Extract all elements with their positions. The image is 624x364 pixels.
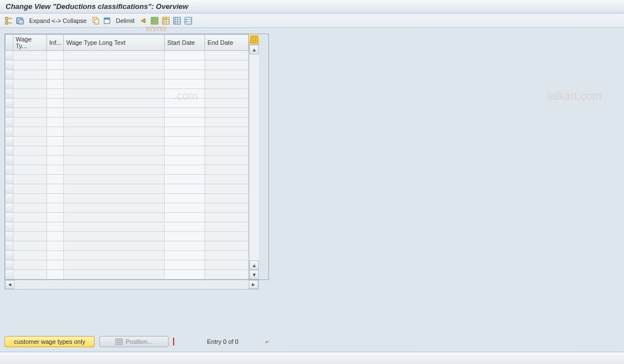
cell-wage[interactable] xyxy=(13,222,47,232)
cell-end[interactable] xyxy=(205,60,249,70)
cell-inf[interactable] xyxy=(47,194,64,203)
cell-start[interactable] xyxy=(165,118,205,127)
cell-end[interactable] xyxy=(205,241,249,251)
cell-inf[interactable] xyxy=(47,127,64,137)
cell-start[interactable] xyxy=(165,108,205,118)
cell-inf[interactable] xyxy=(47,89,64,99)
row-selector[interactable] xyxy=(6,108,13,118)
cell-end[interactable] xyxy=(205,156,249,165)
cell-start[interactable] xyxy=(165,222,205,232)
new-entries-icon[interactable] xyxy=(103,16,111,25)
cell-start[interactable] xyxy=(165,184,205,194)
hscroll-track[interactable] xyxy=(15,280,249,289)
configure-columns-icon[interactable] xyxy=(249,34,259,45)
cell-end[interactable] xyxy=(205,184,249,194)
row-selector[interactable] xyxy=(6,232,13,241)
table-row[interactable] xyxy=(6,251,249,260)
cell-inf[interactable] xyxy=(47,184,64,194)
scroll-right-button[interactable]: ► xyxy=(249,280,258,289)
cell-inf[interactable] xyxy=(47,80,64,89)
undo-icon[interactable] xyxy=(139,16,148,25)
table-row[interactable] xyxy=(6,194,249,203)
row-selector[interactable] xyxy=(6,89,13,99)
table-row[interactable] xyxy=(6,260,249,270)
cell-inf[interactable] xyxy=(47,165,64,175)
cell-wage[interactable] xyxy=(13,89,47,99)
table-row[interactable] xyxy=(6,146,249,156)
col-wage-type[interactable]: Wage Ty... xyxy=(13,35,47,51)
table-row[interactable] xyxy=(6,203,249,213)
cell-start[interactable] xyxy=(165,137,205,146)
cell-end[interactable] xyxy=(205,270,249,279)
cell-inf[interactable] xyxy=(47,60,64,70)
cell-long[interactable] xyxy=(64,89,165,99)
table-row[interactable] xyxy=(6,241,249,251)
cell-inf[interactable] xyxy=(47,156,64,165)
row-selector[interactable] xyxy=(6,203,13,213)
cell-long[interactable] xyxy=(64,99,165,108)
row-selector[interactable] xyxy=(6,127,13,137)
cell-wage[interactable] xyxy=(13,70,47,80)
table-row[interactable] xyxy=(6,70,249,80)
cell-long[interactable] xyxy=(64,137,165,146)
row-selector[interactable] xyxy=(6,251,13,260)
delimit-button[interactable]: Delimit xyxy=(114,17,137,24)
toggle-display-icon[interactable] xyxy=(4,16,13,25)
cell-long[interactable] xyxy=(64,118,165,127)
scroll-down-button[interactable]: ▼ xyxy=(249,270,259,279)
cell-end[interactable] xyxy=(205,137,249,146)
table-settings-icon[interactable] xyxy=(184,16,193,25)
cell-end[interactable] xyxy=(205,175,249,184)
row-selector[interactable] xyxy=(6,165,13,175)
scroll-track[interactable] xyxy=(249,54,259,260)
customer-wage-types-button[interactable]: customer wage types only xyxy=(4,336,95,347)
cell-inf[interactable] xyxy=(47,146,64,156)
col-inf[interactable]: Inf... xyxy=(47,35,64,51)
cell-wage[interactable] xyxy=(13,260,47,270)
scroll-down-prev-button[interactable]: ▲ xyxy=(249,260,259,270)
table-row[interactable] xyxy=(6,137,249,146)
row-selector[interactable] xyxy=(6,99,13,108)
cell-end[interactable] xyxy=(205,213,249,222)
cell-wage[interactable] xyxy=(13,175,47,184)
cell-wage[interactable] xyxy=(13,146,47,156)
cell-wage[interactable] xyxy=(13,99,47,108)
cell-inf[interactable] xyxy=(47,270,64,279)
cell-long[interactable] xyxy=(64,184,165,194)
cell-start[interactable] xyxy=(165,80,205,89)
cell-start[interactable] xyxy=(165,146,205,156)
cell-end[interactable] xyxy=(205,203,249,213)
cell-wage[interactable] xyxy=(13,270,47,279)
row-selector[interactable] xyxy=(6,137,13,146)
table-row[interactable] xyxy=(6,127,249,137)
cell-long[interactable] xyxy=(64,60,165,70)
cell-start[interactable] xyxy=(165,251,205,260)
cell-long[interactable] xyxy=(64,175,165,184)
select-all-header[interactable] xyxy=(6,35,13,51)
row-selector[interactable] xyxy=(6,175,13,184)
cell-wage[interactable] xyxy=(13,241,47,251)
cell-wage[interactable] xyxy=(13,60,47,70)
row-selector[interactable] xyxy=(6,118,13,127)
row-selector[interactable] xyxy=(6,260,13,270)
cell-long[interactable] xyxy=(64,165,165,175)
cell-wage[interactable] xyxy=(13,127,47,137)
cell-wage[interactable] xyxy=(13,80,47,89)
table-row[interactable] xyxy=(6,184,249,194)
cell-start[interactable] xyxy=(165,260,205,270)
cell-start[interactable] xyxy=(165,232,205,241)
cell-long[interactable] xyxy=(64,156,165,165)
row-selector[interactable] xyxy=(6,213,13,222)
row-selector[interactable] xyxy=(6,51,13,60)
col-start-date[interactable]: Start Date xyxy=(165,35,205,51)
cell-end[interactable] xyxy=(205,127,249,137)
cell-end[interactable] xyxy=(205,222,249,232)
cell-start[interactable] xyxy=(165,60,205,70)
cell-inf[interactable] xyxy=(47,260,64,270)
table-row[interactable] xyxy=(6,222,249,232)
cell-long[interactable] xyxy=(64,127,165,137)
select-all-icon[interactable] xyxy=(150,16,159,25)
cell-long[interactable] xyxy=(64,108,165,118)
cell-end[interactable] xyxy=(205,118,249,127)
cell-inf[interactable] xyxy=(47,232,64,241)
